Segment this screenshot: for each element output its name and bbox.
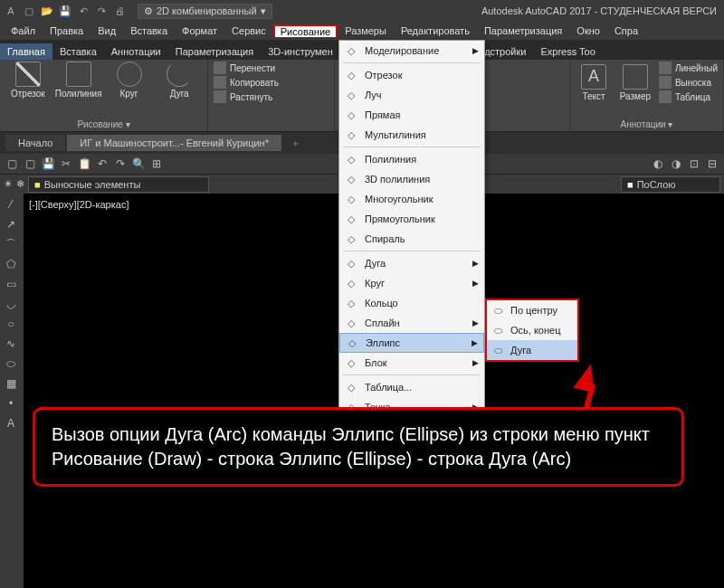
arc-tool[interactable]: Дуга	[157, 62, 202, 99]
ribtab-4[interactable]: 3D-инструмен	[261, 43, 340, 60]
tb-icon[interactable]: ▢	[4, 156, 20, 172]
circle-tool[interactable]: Круг	[107, 62, 152, 99]
vt-pline-icon[interactable]: ⌒	[2, 235, 20, 253]
ellipse-sub-Дуга[interactable]: ⬭Дуга	[487, 340, 577, 360]
callout-text: Вызов опции Дуга (Arc) команды Эллипс (E…	[52, 424, 650, 469]
tb-icon[interactable]: 💾	[40, 156, 56, 172]
menu-правка[interactable]: Правка	[43, 24, 90, 38]
tb-icon[interactable]: ⊟	[704, 156, 720, 172]
undo-icon[interactable]: ↶	[76, 4, 90, 18]
tab-active-doc[interactable]: ИГ и Машиностроит...- Евгений Курицин*	[67, 135, 281, 151]
submenu-arrow-icon: ▶	[472, 318, 479, 327]
linear-dim[interactable]: Линейный	[659, 62, 718, 74]
layer-icon[interactable]: ☀	[4, 178, 13, 190]
menuitem-Отрезок[interactable]: ◇Отрезок	[339, 65, 484, 85]
stretch-tool[interactable]: Растянуть	[214, 90, 329, 103]
draw-panel-label[interactable]: Рисование ▾	[5, 118, 202, 129]
menuitem-3D полилиния[interactable]: ◇3D полилиния	[339, 169, 484, 189]
vt-ellipse-icon[interactable]: ⬭	[2, 355, 20, 373]
vt-arc-icon[interactable]: ◡	[2, 295, 20, 313]
tb-icon[interactable]: ▢	[22, 156, 38, 172]
tb-icon[interactable]: 📋	[76, 156, 92, 172]
tb-icon[interactable]: ↶	[94, 156, 110, 172]
ribtab-1[interactable]: Вставка	[52, 43, 104, 60]
menu-формат[interactable]: Формат	[175, 24, 224, 38]
menuitem-icon: ◇	[344, 108, 358, 122]
menu-файл[interactable]: Файл	[4, 24, 43, 38]
menuitem-Мультилиния[interactable]: ◇Мультилиния	[339, 125, 484, 145]
callout-box: Вызов опции Дуга (Arc) команды Эллипс (E…	[33, 407, 684, 487]
vt-hatch-icon[interactable]: ▦	[2, 375, 20, 393]
menuitem-Прямоугольник[interactable]: ◇Прямоугольник	[339, 209, 484, 229]
ellipse-sub-По центру[interactable]: ⬭По центру	[487, 300, 577, 320]
vt-polygon-icon[interactable]: ⬠	[2, 255, 20, 273]
ribtab-3[interactable]: Параметризация	[168, 43, 261, 60]
ribtab-2[interactable]: Аннотации	[104, 43, 168, 60]
menuitem-Сплайн[interactable]: ◇Сплайн▶	[339, 313, 484, 333]
menu-спра[interactable]: Спра	[607, 24, 645, 38]
tb-icon[interactable]: 🔍	[130, 156, 147, 172]
layer-combo[interactable]: ■ Выносные элементы	[28, 176, 209, 193]
vt-circle-icon[interactable]: ○	[2, 315, 20, 333]
vt-text-icon[interactable]: A	[2, 414, 20, 432]
menuitem-Прямая[interactable]: ◇Прямая	[339, 105, 484, 125]
save-icon[interactable]: 💾	[58, 4, 72, 18]
menuitem-Многоугольник[interactable]: ◇Многоугольник	[339, 189, 484, 209]
layer-icon[interactable]: ❄	[16, 178, 24, 190]
menuitem-Луч[interactable]: ◇Луч	[339, 85, 484, 105]
tb-icon[interactable]: ⊡	[686, 156, 702, 172]
polyline-tool[interactable]: Полилиния	[56, 62, 101, 99]
tb-icon[interactable]: ◑	[668, 156, 684, 172]
dimension-tool[interactable]: Размер	[617, 64, 653, 101]
menu-вид[interactable]: Вид	[90, 24, 123, 38]
tb-icon[interactable]: ◐	[650, 156, 666, 172]
vt-spline-icon[interactable]: ∿	[2, 335, 20, 353]
menuitem-icon: ◇	[344, 43, 358, 58]
redo-icon[interactable]: ↷	[94, 4, 109, 18]
viewport-label[interactable]: [-][Сверху][2D-каркас]	[29, 199, 129, 210]
new-tab-icon[interactable]: ＋	[283, 137, 308, 150]
move-tool[interactable]: Перенести	[214, 62, 329, 74]
vt-line-icon[interactable]: ∕	[2, 195, 20, 213]
app-menu-icon[interactable]: A	[4, 4, 18, 18]
tb-icon[interactable]: ⊞	[148, 156, 165, 172]
menu-рисование[interactable]: Рисование	[273, 24, 338, 37]
tb-icon[interactable]: ✂	[58, 156, 74, 172]
menu-вставка[interactable]: Вставка	[123, 24, 175, 38]
workspace-switcher[interactable]: ⚙ 2D комбинированный ▾	[138, 4, 272, 19]
vt-point-icon[interactable]: •	[2, 394, 20, 413]
menu-размеры[interactable]: Размеры	[338, 24, 394, 38]
ellipse-sub-Ось, конец[interactable]: ⬭Ось, конец	[487, 320, 577, 340]
print-icon[interactable]: 🖨	[112, 4, 127, 18]
menuitem-Спираль[interactable]: ◇Спираль	[339, 229, 484, 249]
menuitem-Моделирование[interactable]: ◇Моделирование▶	[339, 41, 484, 61]
vt-rect-icon[interactable]: ▭	[2, 275, 20, 293]
menuitem-Эллипс[interactable]: ◇Эллипс▶	[339, 333, 484, 353]
ribtab-8[interactable]: Express Too	[533, 43, 602, 60]
menuitem-Дуга[interactable]: ◇Дуга▶	[339, 253, 484, 273]
menuitem-Таблица...[interactable]: ◇Таблица...	[339, 377, 484, 397]
table-tool[interactable]: Таблица	[659, 90, 718, 103]
leader-tool[interactable]: Выноска	[659, 76, 718, 89]
text-tool[interactable]: AТекст	[576, 64, 612, 101]
tab-home[interactable]: Начало	[5, 135, 65, 151]
tb-icon[interactable]: ↷	[112, 156, 129, 172]
menu-редактировать[interactable]: Редактировать	[394, 24, 477, 38]
menuitem-icon: ◇	[344, 152, 358, 166]
menuitem-Круг[interactable]: ◇Круг▶	[339, 273, 484, 293]
annot-panel-label[interactable]: Аннотации ▾	[576, 118, 718, 129]
menuitem-Кольцо[interactable]: ◇Кольцо	[339, 293, 484, 313]
new-icon[interactable]: ▢	[22, 4, 36, 18]
ribtab-0[interactable]: Главная	[0, 43, 52, 60]
menuitem-Полилиния[interactable]: ◇Полилиния	[339, 149, 484, 169]
menu-сервис[interactable]: Сервис	[224, 24, 273, 38]
open-icon[interactable]: 📂	[40, 4, 54, 18]
gear-icon: ⚙	[144, 5, 153, 17]
vt-ray-icon[interactable]: ↗	[2, 215, 20, 233]
menu-окно[interactable]: Окно	[569, 24, 607, 38]
line-tool[interactable]: Отрезок	[5, 62, 51, 99]
color-combo[interactable]: ■ ПоСлою	[621, 176, 720, 193]
menuitem-Блок[interactable]: ◇Блок▶	[339, 353, 484, 373]
menu-параметризация[interactable]: Параметризация	[477, 24, 569, 38]
copy-tool[interactable]: Копировать	[214, 76, 329, 89]
